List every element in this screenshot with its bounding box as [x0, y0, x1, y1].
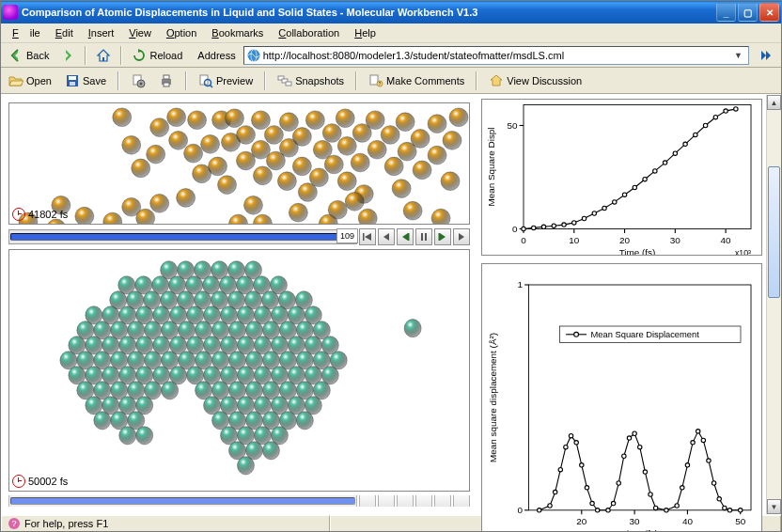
status-help: ? For help, press F1 — [1, 515, 330, 532]
address-dropdown[interactable]: ▼ — [730, 51, 746, 60]
svg-point-249 — [238, 457, 255, 475]
menu-collaboration[interactable]: Collaboration — [273, 25, 345, 40]
svg-text:Time (fs): Time (fs) — [621, 528, 658, 532]
simulation-panel-solid[interactable]: 50002 fs — [8, 249, 470, 492]
close-button[interactable]: ✕ — [759, 3, 779, 22]
step-forward-button-2[interactable] — [453, 495, 470, 507]
rewind-button[interactable] — [359, 228, 376, 245]
go-icon — [759, 48, 774, 63]
go-button[interactable] — [755, 47, 777, 64]
address-input[interactable] — [261, 50, 730, 61]
reload-button[interactable]: Reload — [128, 47, 186, 64]
make-comments-button[interactable]: ? Make Comments — [365, 72, 468, 89]
preview-button[interactable]: Preview — [195, 72, 257, 89]
pause-button[interactable] — [415, 228, 432, 245]
menu-help[interactable]: Help — [349, 25, 382, 40]
menu-file[interactable]: File — [7, 25, 46, 40]
rewind-button-2[interactable] — [359, 495, 376, 507]
svg-point-331 — [685, 463, 689, 467]
open-button[interactable]: Open — [5, 72, 55, 89]
svg-point-80 — [441, 172, 460, 191]
reload-label: Reload — [149, 50, 182, 61]
svg-point-63 — [336, 109, 354, 128]
play-back-button[interactable] — [397, 228, 414, 245]
maximize-button[interactable]: ▢ — [738, 3, 758, 22]
svg-point-332 — [691, 441, 695, 445]
print-icon — [159, 73, 174, 88]
svg-text:Mean Square Displacement: Mean Square Displacement — [591, 330, 700, 339]
svg-point-45 — [237, 151, 256, 170]
svg-point-279 — [663, 161, 666, 164]
play-button[interactable] — [434, 228, 451, 245]
view-discussion-button[interactable]: View Discussion — [485, 72, 586, 89]
forward-button[interactable] — [56, 47, 79, 64]
svg-rect-94 — [363, 233, 365, 241]
menu-view[interactable]: View — [123, 25, 157, 40]
svg-point-318 — [606, 509, 610, 512]
svg-point-275 — [622, 193, 626, 196]
home-button[interactable] — [92, 47, 115, 64]
svg-point-325 — [643, 470, 647, 474]
svg-point-59 — [313, 140, 332, 159]
svg-point-314 — [580, 463, 584, 467]
svg-text:30: 30 — [670, 235, 681, 245]
svg-point-328 — [665, 509, 668, 512]
svg-point-308 — [548, 504, 552, 508]
clock-icon — [12, 208, 25, 221]
svg-point-323 — [633, 431, 636, 435]
frame-slider-2[interactable] — [8, 495, 357, 507]
svg-point-77 — [413, 161, 431, 180]
page-setup-icon — [131, 73, 146, 88]
step-forward-button[interactable] — [453, 228, 470, 245]
svg-text:0: 0 — [512, 224, 518, 234]
scroll-up-button[interactable]: ▲ — [767, 95, 781, 110]
svg-point-35 — [169, 132, 188, 150]
step-back-button-2[interactable] — [378, 495, 395, 507]
svg-rect-96 — [421, 233, 423, 241]
svg-point-315 — [585, 486, 588, 490]
svg-point-280 — [673, 151, 677, 155]
minimize-button[interactable]: _ — [716, 3, 736, 22]
svg-point-93 — [253, 214, 272, 224]
svg-point-28 — [150, 194, 169, 212]
svg-point-42 — [218, 176, 237, 195]
vertical-scrollbar[interactable]: ▲ ▼ — [766, 95, 781, 514]
svg-point-313 — [574, 441, 578, 445]
simulation-panel-liquid[interactable]: 41802 fs — [8, 102, 470, 225]
pause-button-2[interactable] — [415, 495, 432, 507]
print-button[interactable] — [155, 72, 178, 89]
preview-icon — [198, 73, 213, 88]
svg-point-83 — [177, 189, 196, 208]
svg-point-72 — [384, 157, 403, 176]
clock-readout-1: 41802 fs — [12, 208, 68, 221]
svg-point-89 — [403, 201, 422, 220]
svg-point-319 — [611, 501, 615, 505]
page-setup-button[interactable] — [127, 72, 149, 89]
save-button[interactable]: Save — [61, 72, 110, 89]
svg-point-277 — [643, 178, 647, 181]
chart-solid-msd[interactable]: 2030405001Mean Square DisplacementTime (… — [481, 263, 762, 532]
svg-point-55 — [292, 157, 311, 176]
menu-bookmarks[interactable]: Bookmarks — [206, 25, 269, 40]
globe-icon — [246, 48, 261, 63]
step-back-button[interactable] — [378, 228, 395, 245]
svg-point-269 — [562, 223, 566, 227]
clock-readout-2: 50002 fs — [12, 475, 68, 488]
frame-slider[interactable]: 109 — [8, 229, 357, 244]
menu-insert[interactable]: Insert — [83, 25, 120, 40]
play-button-2[interactable] — [434, 495, 451, 507]
snapshots-button[interactable]: Snapshots — [274, 72, 348, 89]
play-back-button-2[interactable] — [397, 495, 414, 507]
chart-liquid-msd[interactable]: 010203040050Time (fs)x10³Mean Square Dis… — [481, 99, 762, 256]
back-button[interactable]: Back — [5, 47, 53, 64]
address-label: Address — [197, 50, 235, 61]
svg-point-211 — [162, 382, 179, 399]
svg-point-330 — [680, 486, 684, 490]
svg-text:10: 10 — [569, 235, 580, 245]
address-bar[interactable]: ▼ — [243, 46, 749, 65]
menu-option[interactable]: Option — [161, 25, 202, 40]
scroll-down-button[interactable]: ▼ — [767, 499, 781, 514]
menu-edit[interactable]: Edit — [50, 25, 79, 40]
svg-point-50 — [264, 126, 283, 145]
svg-point-286 — [734, 107, 738, 111]
